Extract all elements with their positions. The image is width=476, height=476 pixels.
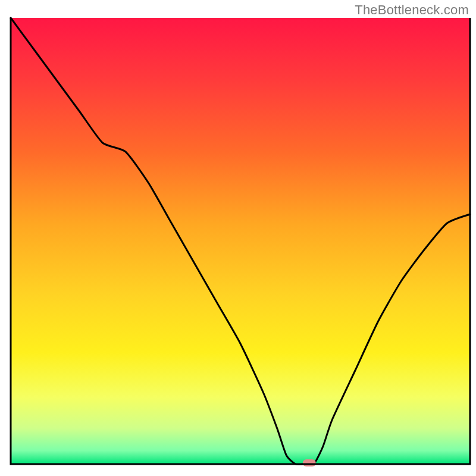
optimal-marker: [303, 459, 316, 466]
bottleneck-chart: [0, 0, 476, 476]
gradient-background: [11, 18, 470, 464]
chart-container: TheBottleneck.com: [0, 0, 476, 476]
watermark-text: TheBottleneck.com: [355, 2, 469, 18]
